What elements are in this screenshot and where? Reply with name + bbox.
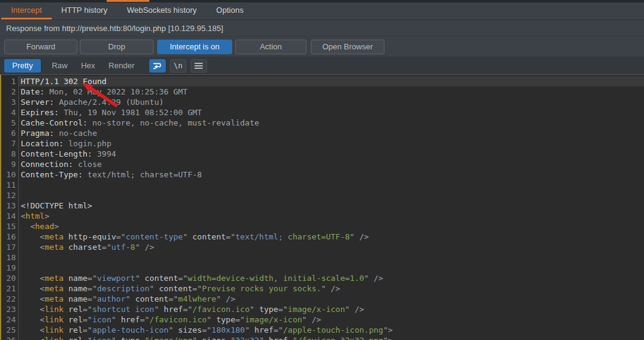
code-line[interactable]: 22 <meta name="author" content="m4lwhere… bbox=[0, 294, 644, 304]
line-number: 3 bbox=[0, 97, 18, 107]
newline-glyph-label: \n bbox=[174, 62, 182, 70]
response-editor[interactable]: 1HTTP/1.1 302 Found2Date: Mon, 02 May 20… bbox=[0, 74, 644, 340]
code-text bbox=[18, 252, 644, 263]
code-line[interactable]: 24 <link rel="icon" href="/favicon.ico" … bbox=[0, 314, 644, 325]
code-line[interactable]: 19 bbox=[0, 263, 644, 273]
drop-button[interactable]: Drop bbox=[80, 40, 154, 54]
line-number: 2 bbox=[0, 87, 18, 97]
code-line[interactable]: 25 <link rel="apple-touch-icon" sizes="1… bbox=[0, 325, 644, 335]
line-number: 4 bbox=[0, 107, 18, 118]
line-number: 12 bbox=[0, 190, 18, 200]
code-text: <head> bbox=[18, 221, 644, 232]
menu-lines-glyph bbox=[194, 62, 203, 70]
line-number: 24 bbox=[0, 314, 18, 325]
forward-button[interactable]: Forward bbox=[4, 40, 77, 54]
action-button[interactable]: Action bbox=[235, 40, 306, 54]
mode-render[interactable]: Render bbox=[102, 59, 141, 73]
code-text: <!DOCTYPE html> bbox=[18, 200, 644, 211]
mode-hex[interactable]: Hex bbox=[74, 59, 102, 73]
code-line[interactable]: 1HTTP/1.1 302 Found bbox=[0, 76, 644, 87]
code-line[interactable]: 17 <meta charset="utf-8" /> bbox=[0, 242, 644, 252]
tab-intercept[interactable]: Intercept bbox=[1, 2, 52, 19]
line-number: 6 bbox=[0, 128, 18, 138]
line-number: 1 bbox=[0, 76, 18, 87]
newline-glyph-button[interactable]: \n bbox=[170, 59, 186, 73]
intercept-toggle-button[interactable]: Intercept is on bbox=[157, 40, 232, 54]
code-line[interactable]: 26 <link rel="icon" type="image/png" siz… bbox=[0, 335, 644, 340]
code-line[interactable]: 15 <head> bbox=[0, 221, 644, 232]
tab-http-history[interactable]: HTTP history bbox=[52, 2, 118, 19]
code-text: <link rel="icon" href="/favicon.ico" typ… bbox=[18, 314, 644, 325]
tab-options-label: Options bbox=[216, 5, 244, 15]
code-line[interactable]: 14<html> bbox=[0, 211, 644, 221]
line-number: 25 bbox=[0, 325, 18, 335]
code-text: Connection: close bbox=[18, 159, 644, 169]
burp-intercept-window: Intercept HTTP history WebSockets histor… bbox=[0, 0, 644, 340]
code-text: Content-Length: 3994 bbox=[18, 149, 644, 159]
code-line[interactable]: 21 <meta name="description" content="Pre… bbox=[0, 283, 644, 294]
code-line[interactable]: 7Location: login.php bbox=[0, 138, 644, 149]
line-number: 10 bbox=[0, 169, 18, 180]
code-text: HTTP/1.1 302 Found bbox=[18, 76, 644, 87]
code-text: <meta http-equiv="content-type" content=… bbox=[18, 232, 644, 242]
line-number: 14 bbox=[0, 211, 18, 221]
intercepted-message-description: Response from http://previse.htb:80/logi… bbox=[6, 24, 223, 33]
code-text: Location: login.php bbox=[18, 138, 644, 149]
code-line[interactable]: 11 bbox=[0, 180, 644, 190]
code-line[interactable]: 16 <meta http-equiv="content-type" conte… bbox=[0, 232, 644, 242]
code-line[interactable]: 18 bbox=[0, 252, 644, 263]
tab-intercept-label: Intercept bbox=[11, 5, 42, 15]
code-line[interactable]: 12 bbox=[0, 190, 644, 200]
code-line[interactable]: 2Date: Mon, 02 May 2022 10:25:36 GMT bbox=[0, 87, 644, 97]
code-text bbox=[18, 263, 644, 273]
mode-raw[interactable]: Raw bbox=[45, 59, 74, 73]
message-bar: Response from http://previse.htb:80/logi… bbox=[0, 20, 644, 37]
tab-http-history-label: HTTP history bbox=[62, 5, 108, 15]
code-line[interactable]: 20 <meta name="viewport" content="width=… bbox=[0, 273, 644, 283]
code-text: <link rel="icon" type="image/png" sizes=… bbox=[18, 335, 644, 340]
line-number: 17 bbox=[0, 242, 18, 252]
tab-options[interactable]: Options bbox=[207, 2, 253, 19]
code-line[interactable]: 4Expires: Thu, 19 Nov 1981 08:52:00 GMT bbox=[0, 107, 644, 118]
line-number: 22 bbox=[0, 294, 18, 304]
code-text: Content-Type: text/html; charset=UTF-8 bbox=[18, 169, 644, 180]
open-browser-button[interactable]: Open Browser bbox=[311, 40, 384, 54]
code-text: Pragma: no-cache bbox=[18, 128, 644, 138]
proxy-tab-underline-fragment bbox=[107, 0, 149, 2]
code-line[interactable]: 13<!DOCTYPE html> bbox=[0, 200, 644, 211]
code-line[interactable]: 8Content-Length: 3994 bbox=[0, 149, 644, 159]
mode-pretty[interactable]: Pretty bbox=[4, 59, 41, 73]
code-text: Date: Mon, 02 May 2022 10:25:36 GMT bbox=[18, 87, 644, 97]
line-number: 23 bbox=[0, 304, 18, 314]
line-number: 19 bbox=[0, 263, 18, 273]
editor-menu-icon[interactable] bbox=[191, 59, 207, 73]
proxy-subtab-bar: Intercept HTTP history WebSockets histor… bbox=[0, 2, 644, 20]
code-text bbox=[18, 190, 644, 200]
code-line[interactable]: 9Connection: close bbox=[0, 159, 644, 169]
code-line[interactable]: 3Server: Apache/2.4.29 (Ubuntu) bbox=[0, 97, 644, 107]
intercept-action-bar: Forward Drop Intercept is on Action Open… bbox=[0, 37, 644, 57]
code-text: Cache-Control: no-store, no-cache, must-… bbox=[18, 118, 644, 128]
code-text: <meta charset="utf-8" /> bbox=[18, 242, 644, 252]
line-number: 5 bbox=[0, 118, 18, 128]
code-text: <meta name="description" content="Previs… bbox=[18, 283, 644, 294]
code-line[interactable]: 5Cache-Control: no-store, no-cache, must… bbox=[0, 118, 644, 128]
code-text: <link rel="shortcut icon" href="/favicon… bbox=[18, 304, 644, 314]
wrap-lines-icon[interactable] bbox=[149, 59, 166, 73]
tab-websockets-history-label: WebSockets history bbox=[127, 5, 197, 15]
line-number: 16 bbox=[0, 232, 18, 242]
code-line[interactable]: 10Content-Type: text/html; charset=UTF-8 bbox=[0, 169, 644, 180]
code-text bbox=[18, 180, 644, 190]
line-number: 8 bbox=[0, 149, 18, 159]
tab-websockets-history[interactable]: WebSockets history bbox=[117, 2, 207, 19]
code-text: <meta name="viewport" content="width=dev… bbox=[18, 273, 644, 283]
line-number: 21 bbox=[0, 283, 18, 294]
code-line[interactable]: 23 <link rel="shortcut icon" href="/favi… bbox=[0, 304, 644, 314]
line-number: 9 bbox=[0, 159, 18, 169]
line-number: 7 bbox=[0, 138, 18, 149]
code-line[interactable]: 6Pragma: no-cache bbox=[0, 128, 644, 138]
editor-view-toolbar: Pretty Raw Hex Render \n bbox=[0, 57, 644, 74]
line-number: 11 bbox=[0, 180, 18, 190]
line-number: 20 bbox=[0, 273, 18, 283]
line-number: 13 bbox=[0, 200, 18, 211]
